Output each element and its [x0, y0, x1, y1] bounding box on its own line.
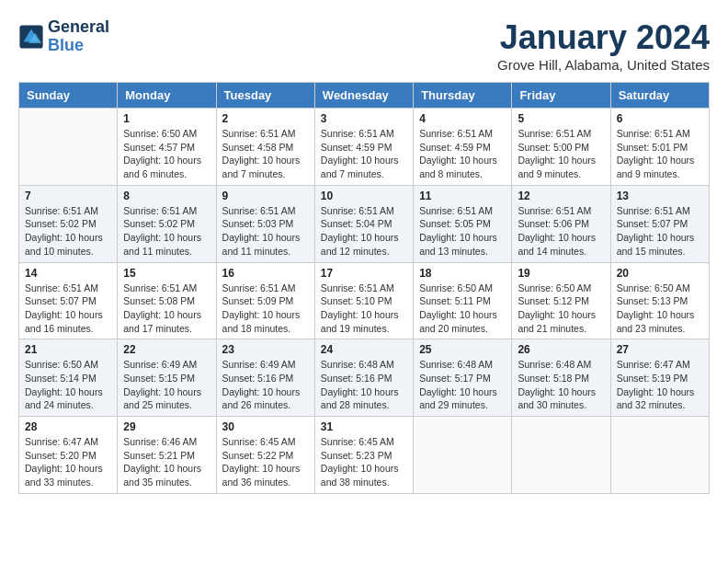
day-number: 23	[222, 343, 309, 356]
calendar-cell: 27Sunrise: 6:47 AMSunset: 5:19 PMDayligh…	[610, 339, 709, 417]
day-number: 2	[222, 112, 309, 125]
calendar-cell	[610, 417, 709, 494]
logo-text: General Blue	[48, 18, 109, 55]
day-info: Sunrise: 6:51 AMSunset: 5:08 PMDaylight:…	[123, 282, 210, 336]
calendar-cell: 21Sunrise: 6:50 AMSunset: 5:14 PMDayligh…	[19, 339, 118, 417]
calendar-day-header: Saturday	[610, 83, 709, 109]
day-number: 18	[419, 267, 506, 280]
subtitle: Grove Hill, Alabama, United States	[497, 57, 710, 73]
calendar-day-header: Wednesday	[314, 83, 413, 109]
day-info: Sunrise: 6:48 AMSunset: 5:16 PMDaylight:…	[321, 358, 407, 412]
calendar-cell: 30Sunrise: 6:45 AMSunset: 5:22 PMDayligh…	[216, 417, 314, 494]
calendar-cell: 31Sunrise: 6:45 AMSunset: 5:23 PMDayligh…	[314, 417, 413, 494]
day-info: Sunrise: 6:51 AMSunset: 4:59 PMDaylight:…	[321, 127, 407, 181]
day-info: Sunrise: 6:51 AMSunset: 5:04 PMDaylight:…	[321, 204, 407, 259]
calendar-cell: 29Sunrise: 6:46 AMSunset: 5:21 PMDayligh…	[118, 417, 216, 494]
calendar-cell: 8Sunrise: 6:51 AMSunset: 5:02 PMDaylight…	[118, 185, 216, 262]
logo: General Blue	[18, 18, 109, 55]
day-number: 14	[25, 267, 111, 280]
day-info: Sunrise: 6:50 AMSunset: 5:12 PMDaylight:…	[518, 282, 604, 336]
day-info: Sunrise: 6:49 AMSunset: 5:16 PMDaylight:…	[222, 358, 309, 412]
page-header: General Blue January 2024 Grove Hill, Al…	[18, 18, 710, 73]
calendar-cell: 28Sunrise: 6:47 AMSunset: 5:20 PMDayligh…	[19, 417, 118, 494]
calendar-cell: 5Sunrise: 6:51 AMSunset: 5:00 PMDaylight…	[512, 109, 610, 186]
calendar-cell: 19Sunrise: 6:50 AMSunset: 5:12 PMDayligh…	[512, 262, 610, 339]
day-info: Sunrise: 6:51 AMSunset: 4:58 PMDaylight:…	[222, 127, 309, 181]
day-number: 7	[25, 190, 111, 202]
day-info: Sunrise: 6:51 AMSunset: 5:01 PMDaylight:…	[617, 127, 703, 181]
calendar-cell: 16Sunrise: 6:51 AMSunset: 5:09 PMDayligh…	[216, 262, 314, 339]
day-number: 10	[321, 190, 407, 202]
calendar-cell: 10Sunrise: 6:51 AMSunset: 5:04 PMDayligh…	[314, 185, 413, 262]
day-number: 4	[419, 112, 506, 125]
calendar-cell: 7Sunrise: 6:51 AMSunset: 5:02 PMDaylight…	[19, 185, 118, 262]
day-number: 12	[518, 190, 604, 202]
day-number: 29	[123, 420, 210, 433]
day-number: 28	[25, 420, 111, 433]
day-info: Sunrise: 6:51 AMSunset: 5:05 PMDaylight:…	[419, 204, 506, 259]
day-number: 24	[321, 343, 407, 356]
day-number: 19	[518, 267, 604, 280]
day-number: 25	[419, 343, 506, 356]
day-number: 15	[123, 267, 210, 280]
day-number: 17	[321, 267, 407, 280]
calendar-cell	[19, 109, 118, 186]
calendar-header-row: SundayMondayTuesdayWednesdayThursdayFrid…	[19, 83, 710, 109]
calendar-cell: 9Sunrise: 6:51 AMSunset: 5:03 PMDaylight…	[216, 185, 314, 262]
day-info: Sunrise: 6:48 AMSunset: 5:18 PMDaylight:…	[518, 358, 604, 412]
calendar-cell	[512, 417, 610, 494]
day-number: 20	[617, 267, 703, 280]
calendar-cell: 24Sunrise: 6:48 AMSunset: 5:16 PMDayligh…	[314, 339, 413, 417]
calendar-day-header: Sunday	[19, 83, 118, 109]
day-number: 1	[123, 112, 210, 125]
day-info: Sunrise: 6:46 AMSunset: 5:21 PMDaylight:…	[123, 435, 210, 489]
day-number: 16	[222, 267, 309, 280]
calendar-week-row: 1Sunrise: 6:50 AMSunset: 4:57 PMDaylight…	[19, 109, 710, 186]
calendar-cell: 17Sunrise: 6:51 AMSunset: 5:10 PMDayligh…	[314, 262, 413, 339]
day-number: 31	[321, 420, 407, 433]
calendar-day-header: Monday	[118, 83, 216, 109]
day-info: Sunrise: 6:51 AMSunset: 5:06 PMDaylight:…	[518, 204, 604, 259]
calendar-cell: 20Sunrise: 6:50 AMSunset: 5:13 PMDayligh…	[610, 262, 709, 339]
day-number: 9	[222, 190, 309, 202]
day-number: 13	[617, 190, 703, 202]
calendar-table: SundayMondayTuesdayWednesdayThursdayFrid…	[18, 82, 710, 494]
calendar-cell: 18Sunrise: 6:50 AMSunset: 5:11 PMDayligh…	[414, 262, 512, 339]
logo-icon	[18, 24, 44, 50]
day-info: Sunrise: 6:51 AMSunset: 5:07 PMDaylight:…	[617, 204, 703, 259]
calendar-cell: 22Sunrise: 6:49 AMSunset: 5:15 PMDayligh…	[118, 339, 216, 417]
day-info: Sunrise: 6:48 AMSunset: 5:17 PMDaylight:…	[419, 358, 506, 412]
day-number: 8	[123, 190, 210, 202]
day-info: Sunrise: 6:50 AMSunset: 5:13 PMDaylight:…	[617, 282, 703, 336]
calendar-cell	[414, 417, 512, 494]
calendar-cell: 1Sunrise: 6:50 AMSunset: 4:57 PMDaylight…	[118, 109, 216, 186]
calendar-week-row: 21Sunrise: 6:50 AMSunset: 5:14 PMDayligh…	[19, 339, 710, 417]
day-info: Sunrise: 6:47 AMSunset: 5:19 PMDaylight:…	[617, 358, 703, 412]
day-info: Sunrise: 6:45 AMSunset: 5:23 PMDaylight:…	[321, 435, 407, 489]
calendar-cell: 11Sunrise: 6:51 AMSunset: 5:05 PMDayligh…	[414, 185, 512, 262]
day-info: Sunrise: 6:51 AMSunset: 5:00 PMDaylight:…	[518, 127, 604, 181]
day-info: Sunrise: 6:50 AMSunset: 4:57 PMDaylight:…	[123, 127, 210, 181]
calendar-day-header: Thursday	[414, 83, 512, 109]
calendar-cell: 6Sunrise: 6:51 AMSunset: 5:01 PMDaylight…	[610, 109, 709, 186]
day-number: 21	[25, 343, 111, 356]
calendar-week-row: 28Sunrise: 6:47 AMSunset: 5:20 PMDayligh…	[19, 417, 710, 494]
calendar-cell: 4Sunrise: 6:51 AMSunset: 4:59 PMDaylight…	[414, 109, 512, 186]
calendar-week-row: 14Sunrise: 6:51 AMSunset: 5:07 PMDayligh…	[19, 262, 710, 339]
day-info: Sunrise: 6:49 AMSunset: 5:15 PMDaylight:…	[123, 358, 210, 412]
day-info: Sunrise: 6:45 AMSunset: 5:22 PMDaylight:…	[222, 435, 309, 489]
day-number: 27	[617, 343, 703, 356]
day-info: Sunrise: 6:51 AMSunset: 5:02 PMDaylight:…	[123, 204, 210, 259]
day-info: Sunrise: 6:50 AMSunset: 5:11 PMDaylight:…	[419, 282, 506, 336]
calendar-week-row: 7Sunrise: 6:51 AMSunset: 5:02 PMDaylight…	[19, 185, 710, 262]
calendar-cell: 23Sunrise: 6:49 AMSunset: 5:16 PMDayligh…	[216, 339, 314, 417]
calendar-cell: 14Sunrise: 6:51 AMSunset: 5:07 PMDayligh…	[19, 262, 118, 339]
calendar-cell: 26Sunrise: 6:48 AMSunset: 5:18 PMDayligh…	[512, 339, 610, 417]
calendar-cell: 2Sunrise: 6:51 AMSunset: 4:58 PMDaylight…	[216, 109, 314, 186]
day-info: Sunrise: 6:51 AMSunset: 5:03 PMDaylight:…	[222, 204, 309, 259]
calendar-cell: 13Sunrise: 6:51 AMSunset: 5:07 PMDayligh…	[610, 185, 709, 262]
calendar-cell: 3Sunrise: 6:51 AMSunset: 4:59 PMDaylight…	[314, 109, 413, 186]
day-number: 22	[123, 343, 210, 356]
day-info: Sunrise: 6:51 AMSunset: 5:10 PMDaylight:…	[321, 282, 407, 336]
day-info: Sunrise: 6:47 AMSunset: 5:20 PMDaylight:…	[25, 435, 111, 489]
